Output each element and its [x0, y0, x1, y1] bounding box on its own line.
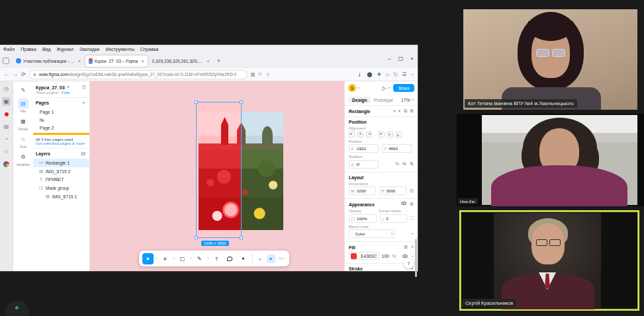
avatar-chevron-icon[interactable]: ˅ — [357, 86, 360, 90]
red-color-blend-rectangle[interactable] — [196, 102, 242, 238]
fill-swatch[interactable] — [351, 253, 357, 259]
menu-view[interactable]: Вид — [42, 47, 51, 52]
styles-icon[interactable]: ⊞ — [404, 245, 408, 250]
avatar[interactable]: S — [348, 84, 356, 92]
fill-opacity-input[interactable]: 100 — [382, 254, 389, 258]
blend-mode-select[interactable]: ◌ Color ˅ — [349, 229, 395, 238]
independent-corners-icon[interactable]: ⛶ — [410, 216, 414, 221]
share-page-icon[interactable]: ⎋ — [394, 71, 398, 78]
frame-tool-button[interactable]: # — [160, 253, 171, 264]
bookmark-star-icon[interactable]: ☆ — [266, 72, 270, 77]
zoom-level-select[interactable]: 17% ˅ — [401, 98, 414, 102]
page-item-3[interactable]: Page 2 — [33, 124, 89, 132]
site-info-icon[interactable]: ⊜ — [33, 72, 36, 77]
participant-video-2[interactable]: Ніна Євг. — [457, 114, 644, 206]
tab-zoom[interactable]: Участник публикации - Zoom × — [13, 56, 84, 67]
layers-options-icon[interactable]: ⊟ — [81, 151, 85, 157]
sidebar-clock-icon[interactable]: ◷ — [2, 85, 11, 93]
downloads-icon[interactable]: ⭳ — [357, 71, 363, 77]
tab-design[interactable]: Design — [349, 97, 371, 103]
rail-variables[interactable]: ⚙ Variables — [17, 152, 30, 167]
sidebar-star-icon[interactable]: ☆ — [2, 147, 11, 156]
firefox-view-icon[interactable] — [3, 58, 9, 64]
corner-radius-input[interactable]: ╭ 0 — [380, 214, 408, 223]
add-page-button[interactable]: + — [82, 100, 85, 106]
new-tab-button[interactable]: + — [217, 58, 220, 64]
align-bottom-icon[interactable] — [396, 132, 402, 138]
dev-code-icon[interactable]: </> — [277, 255, 286, 263]
sidebar-screen-icon[interactable]: ▣ — [2, 97, 11, 106]
remove-blend-icon[interactable]: − — [411, 231, 414, 236]
tab-prototype[interactable]: Prototype — [374, 98, 393, 102]
rail-assets[interactable]: ▦ Assets — [18, 116, 28, 131]
height-input[interactable]: H 3000 — [379, 186, 406, 195]
menu-file[interactable]: Файл — [3, 47, 15, 52]
rotate-icon[interactable]: ↻ — [395, 161, 399, 167]
menu-bookmarks[interactable]: Закладки — [79, 47, 99, 52]
comment-tool-button[interactable] — [224, 253, 236, 264]
figma-canvas[interactable]: 1030 × 3000 ➤ ˅ # ˅ ▢ ˅ ✎ ˅ T ✦ — [90, 81, 344, 271]
participant-video-1[interactable]: Кот Тетяна Іванівна ВПУ №4 м.Хмельницько… — [463, 9, 637, 110]
share-button[interactable]: Share — [393, 84, 414, 92]
move-tool-button[interactable]: ➤ — [142, 253, 154, 264]
adjust-icon[interactable]: ⚙ — [410, 202, 414, 207]
back-button[interactable]: ← — [4, 71, 9, 77]
present-icon[interactable]: ▷ — [383, 85, 387, 91]
y-position-input[interactable]: Y 4583 — [382, 144, 412, 153]
menu-edit[interactable]: Правка — [21, 47, 36, 52]
participant-video-3-active-speaker[interactable]: Сергій Красильников — [459, 210, 639, 311]
layer-rectangle-1[interactable]: ▭ Rectangle 1 — [33, 159, 89, 167]
fill-color-input[interactable]: E4363C — [349, 252, 379, 260]
menu-help[interactable]: Справка — [140, 47, 158, 52]
rail-find[interactable]: ○ Find — [18, 134, 28, 149]
inspector-scrollbar[interactable] — [415, 239, 417, 277]
opacity-input[interactable]: ▢ 100% — [349, 214, 377, 223]
constrain-icon[interactable]: ⊡ — [410, 188, 414, 194]
extension-dark-icon[interactable]: ⬤ — [367, 71, 372, 77]
menu-history[interactable]: Журнал — [57, 47, 74, 52]
window-close-button[interactable]: × — [410, 56, 414, 61]
pen-tool-button[interactable]: ✎ — [194, 253, 205, 264]
move-tool-chevron-icon[interactable]: ˅ — [156, 257, 158, 260]
copy-icon[interactable]: ⧉ — [404, 108, 407, 114]
sidebar-record-icon[interactable] — [2, 110, 11, 118]
panel-toggle-icon[interactable]: ⎕ — [83, 85, 85, 90]
file-name[interactable]: Курси_27_03 — [36, 85, 65, 90]
layer-mask-group[interactable]: ◫ Mask group — [33, 184, 89, 192]
corner-control-bubble[interactable] — [5, 300, 29, 316]
shape-tool-chevron-icon[interactable]: ˅ — [190, 257, 192, 260]
present-chevron-icon[interactable]: ˅ — [388, 86, 391, 90]
width-input[interactable]: W 1030 — [349, 186, 376, 195]
eye-icon[interactable] — [401, 202, 406, 205]
frame-tool-chevron-icon[interactable]: ˅ — [173, 257, 175, 260]
window-minimize-button[interactable]: – — [388, 56, 391, 61]
address-bar[interactable]: ⊜ www.figma.com/design/EgzXwDNLvwbSlLqnw… — [29, 70, 248, 79]
tab-close-icon[interactable]: × — [78, 59, 81, 63]
position-icon[interactable]: ⌖ — [393, 108, 396, 114]
layer-privet[interactable]: T ПРИВЕТ — [33, 176, 89, 184]
dev-cursor-icon[interactable]: ➤ — [256, 255, 265, 263]
sidebar-history-icon[interactable]: ◔ — [2, 135, 11, 143]
pen-tool-chevron-icon[interactable]: ˅ — [207, 257, 209, 260]
align-top-icon[interactable] — [379, 132, 385, 138]
upgrade-link[interactable]: Get unlimited pages & more — [33, 141, 89, 148]
sidebar-logo-icon[interactable] — [2, 160, 11, 169]
tab-figma[interactable]: Курси_27_03 – Figma × — [85, 56, 147, 67]
reload-button[interactable]: ⟳ — [21, 71, 26, 77]
add-fill-button[interactable]: + — [411, 245, 414, 250]
align-h-center-icon[interactable] — [357, 132, 363, 138]
text-tool-button[interactable]: T — [211, 253, 222, 264]
page-item-1[interactable]: Page 1 — [33, 108, 89, 116]
layer-img-8719-2[interactable]: ▨ IMG_8719 2 — [33, 167, 89, 176]
flip-h-icon[interactable]: ⇆ — [402, 161, 406, 167]
reader-mode-icon[interactable]: ▥ — [251, 72, 255, 77]
fill-visibility-icon[interactable] — [402, 255, 408, 258]
remove-fill-icon[interactable]: − — [411, 254, 414, 258]
rail-actions[interactable]: ✎ — [18, 85, 28, 95]
forward-button[interactable]: → — [13, 71, 18, 77]
tab-list-chevron-icon[interactable]: ˅ — [411, 73, 414, 77]
more-icon[interactable]: ⊞ — [410, 108, 414, 114]
align-left-icon[interactable] — [349, 132, 355, 138]
flip-v-icon[interactable]: ⇅ — [410, 161, 414, 167]
translate-icon[interactable]: ⚐ — [258, 72, 262, 77]
